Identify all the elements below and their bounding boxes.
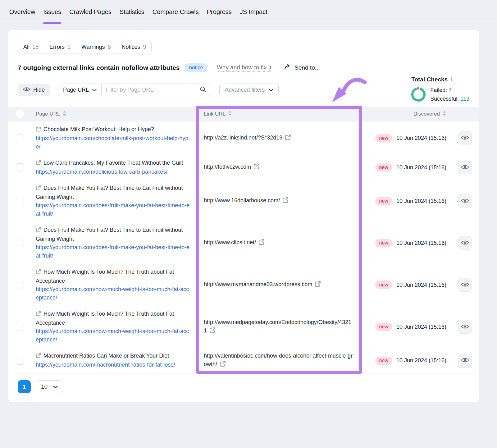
nav-tab[interactable]: Crawled Pages: [69, 0, 112, 24]
external-link-icon[interactable]: [258, 239, 265, 248]
page-url-header: Page URL: [36, 111, 60, 117]
view-issue-button[interactable]: [458, 161, 472, 174]
external-link-icon: [36, 126, 41, 134]
page-url-link[interactable]: https://yourdomain.com/does-fruit-make-y…: [36, 201, 191, 218]
external-link-icon[interactable]: [282, 197, 289, 206]
issue-title-row: 7 outgoing external links contain nofoll…: [8, 63, 479, 72]
top-navigation: Overview Issues Crawled Pages Statistics…: [0, 0, 497, 24]
nav-tab[interactable]: Statistics: [120, 0, 144, 24]
external-link-icon[interactable]: [209, 327, 216, 336]
discovered-cell: new 10 Jun 2024 (15:16): [361, 134, 451, 142]
eye-icon: [461, 240, 469, 247]
severity-filter-count: 9: [143, 44, 146, 50]
row-checkbox-cell: [8, 159, 31, 176]
page-size-value: 10: [41, 383, 48, 390]
page-1-button[interactable]: 1: [18, 380, 31, 393]
page-title: Does Fruit Make You Fat? Best Time to Ea…: [36, 185, 183, 200]
link-url-cell: http://www.mymanandme03.wordpress.com: [198, 280, 361, 290]
view-issue-button[interactable]: [458, 194, 472, 208]
page-title-line: Does Fruit Make You Fat? Best Time to Ea…: [36, 226, 191, 243]
row-checkbox[interactable]: [16, 134, 24, 142]
page-url-cell: Low Carb Pancakes: My Favorite Treat Wit…: [31, 159, 198, 176]
chevron-down-icon: [53, 383, 58, 390]
actions-cell: [451, 161, 479, 174]
row-checkbox[interactable]: [16, 357, 24, 365]
table-row: Low Carb Pancakes: My Favorite Treat Wit…: [8, 155, 479, 180]
nav-tab[interactable]: Compare Crawls: [153, 0, 199, 24]
select-all-checkbox[interactable]: [16, 110, 24, 118]
nav-tab[interactable]: Overview: [9, 0, 35, 24]
row-checkbox[interactable]: [16, 281, 24, 289]
external-link-icon: [36, 310, 41, 319]
hide-button[interactable]: Hide: [18, 84, 50, 96]
why-how-to-fix-link[interactable]: Why and how to fix it: [217, 64, 271, 72]
nav-tab[interactable]: JS Impact: [240, 0, 267, 24]
filter-field-select[interactable]: Page URL: [58, 84, 102, 96]
view-issue-button[interactable]: [458, 320, 472, 334]
sort-icon: [443, 111, 446, 117]
sort-icon: [228, 111, 232, 117]
page-url-link[interactable]: https://yourdomain.com/how-much-weight-i…: [36, 285, 191, 302]
discovered-date: 10 Jun 2024 (15:16): [396, 357, 446, 364]
page-size-select[interactable]: 10: [36, 380, 63, 393]
link-url-header: Link URL: [204, 111, 226, 117]
eye-icon: [461, 323, 469, 331]
severity-filter-tab[interactable]: Warnings 8: [76, 41, 116, 53]
actions-cell: [451, 194, 479, 208]
info-icon[interactable]: i: [451, 76, 453, 82]
link-url: http://totfivczw.com: [204, 164, 251, 170]
page-title-line: How Much Weight Is Too Much? The Truth a…: [36, 310, 191, 327]
discovered-date: 10 Jun 2024 (15:16): [396, 324, 446, 330]
view-issue-button[interactable]: [458, 278, 472, 292]
link-url: http://a2z.linksind.net/?S*32d19: [204, 135, 282, 141]
external-link-icon[interactable]: [220, 361, 226, 369]
chevron-down-icon: [269, 87, 273, 93]
row-checkbox[interactable]: [16, 163, 24, 171]
page-title: Macronutrient Ratios Can Make or Break Y…: [43, 353, 169, 359]
advanced-filters-label: Advanced filters: [225, 87, 265, 93]
share-arrow-icon: [284, 64, 291, 72]
failed-value: 7: [449, 87, 452, 93]
view-issue-button[interactable]: [458, 236, 472, 250]
view-issue-button[interactable]: [458, 354, 472, 368]
advanced-filters-button[interactable]: Advanced filters: [219, 84, 279, 96]
sort-by-discovered[interactable]: Discovered: [361, 111, 451, 117]
external-link-icon[interactable]: [315, 281, 321, 290]
search-button[interactable]: [195, 84, 211, 96]
row-checkbox-cell: [8, 310, 31, 344]
sort-by-page-url[interactable]: Page URL: [31, 111, 198, 117]
link-url: http://www.medpagetoday.com/Endocrinolog…: [204, 319, 351, 334]
severity-filter-count: 8: [107, 44, 111, 50]
send-to-button[interactable]: Send to...: [284, 64, 320, 72]
actions-cell: [451, 131, 479, 145]
page-url-link[interactable]: https://yourdomain.com/chocolate-milk-po…: [36, 134, 191, 151]
row-checkbox[interactable]: [16, 239, 24, 247]
discovered-cell: new 10 Jun 2024 (15:16): [361, 323, 451, 331]
external-link-icon: [36, 268, 41, 277]
search-input[interactable]: [102, 84, 195, 96]
severity-filter-label: Warnings: [81, 44, 105, 50]
row-checkbox[interactable]: [16, 197, 24, 205]
page-title: Chocolate Milk Post Workout: Help or Hyp…: [43, 126, 154, 132]
send-to-label: Send to...: [294, 64, 320, 71]
page-url-link[interactable]: https://yourdomain.com/delicious-low-car…: [36, 168, 191, 176]
row-checkbox-cell: [8, 226, 31, 260]
nav-tab[interactable]: Progress: [207, 0, 232, 24]
search-icon: [200, 86, 206, 94]
external-link-icon[interactable]: [253, 163, 260, 172]
severity-filter-tab[interactable]: Notices 9: [116, 41, 151, 53]
sort-by-link-url[interactable]: Link URL: [198, 111, 361, 117]
discovered-date: 10 Jun 2024 (15:16): [396, 198, 446, 204]
link-url: http://www.mymanandme03.wordpress.com: [204, 281, 312, 287]
external-link-icon[interactable]: [285, 134, 291, 143]
actions-cell: [451, 236, 479, 250]
page-url-link[interactable]: https://yourdomain.com/how-much-weight-i…: [36, 327, 191, 344]
severity-filter-tab[interactable]: All 18: [18, 41, 44, 53]
view-issue-button[interactable]: [458, 131, 472, 145]
page-url-link[interactable]: https://yourdomain.com/macronutrient-rat…: [36, 361, 191, 369]
page-url-link[interactable]: https://yourdomain.com/does-fruit-make-y…: [36, 243, 191, 260]
row-checkbox[interactable]: [16, 323, 24, 331]
page-url-cell: Does Fruit Make You Fat? Best Time to Ea…: [31, 184, 198, 218]
nav-tab[interactable]: Issues: [43, 0, 61, 24]
severity-filter-tab[interactable]: Errors 1: [44, 41, 76, 53]
